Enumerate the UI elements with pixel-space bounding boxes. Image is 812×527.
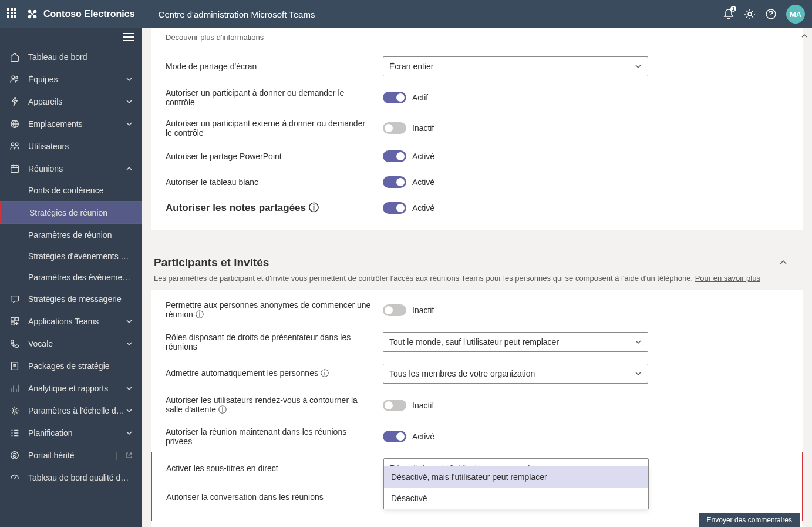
learn-more-link[interactable]: Découvrir plus d'informations xyxy=(166,33,264,42)
learn-more-link[interactable]: Pour en savoir plus xyxy=(695,274,760,283)
svg-rect-11 xyxy=(11,166,19,173)
chevron-down-icon xyxy=(635,63,642,70)
chevron-down-icon xyxy=(635,370,642,377)
sidebar-item-label: Paramètres à l'échelle de l'organisation xyxy=(28,406,126,415)
app-launcher-icon[interactable] xyxy=(7,8,19,20)
setting-label: Activer les sous-titres en direct xyxy=(166,464,383,473)
sidebar-subitem-live-event-settings[interactable]: Paramètres des événements en direct xyxy=(0,267,142,288)
toggle-state-label: Activé xyxy=(412,177,434,187)
setting-row: Admettre automatiquement les personnes ⓘ… xyxy=(151,358,803,390)
setting-label: Autoriser la conversation dans les réuni… xyxy=(166,492,383,502)
settings-icon[interactable] xyxy=(744,8,756,20)
chevron-down-icon xyxy=(635,338,642,345)
sidebar-item-label: Portail hérité xyxy=(28,451,112,460)
setting-label: Autoriser le tableau blanc xyxy=(166,177,383,187)
toggle-state-label: Actif xyxy=(412,93,428,102)
setting-row: Autoriser les notes partagées ⓘActivé xyxy=(151,195,803,221)
sidebar-subitem-bridges[interactable]: Ponts de conférence xyxy=(0,180,142,201)
sidebar-item-label: Tableau de bord xyxy=(28,52,133,62)
sidebar-subitem-live-event-policies[interactable]: Stratégies d'événements en direct xyxy=(0,246,142,267)
section-title: Participants et invités xyxy=(154,256,778,269)
sidebar-item-messaging[interactable]: Stratégies de messagerie xyxy=(0,288,142,310)
globe-icon xyxy=(9,119,20,129)
sidebar-item-policy-packages[interactable]: Packages de stratégie xyxy=(0,355,142,377)
sidebar-item-users[interactable]: Utilisateurs xyxy=(0,135,142,157)
svg-point-10 xyxy=(15,143,18,146)
sidebar-item-call-quality[interactable]: Tableau de bord qualité des appels xyxy=(0,466,142,489)
sidebar-item-label: Analytique et rapports xyxy=(28,384,126,393)
svg-point-6 xyxy=(12,76,15,79)
setting-row: Autoriser la conversation dans les réuni… xyxy=(152,484,802,510)
list-icon xyxy=(9,428,20,438)
svg-point-7 xyxy=(16,77,18,79)
toggle-switch[interactable] xyxy=(383,92,406,103)
skype-icon xyxy=(9,450,20,461)
select-dropdown[interactable]: Tous les membres de votre organization xyxy=(383,364,648,384)
setting-row: Autoriser le partage PowerPointActivé xyxy=(151,143,803,169)
chevron-down-icon xyxy=(126,98,133,105)
setting-label: Mode de partage d'écran xyxy=(166,62,383,71)
toggle-switch[interactable] xyxy=(383,431,406,442)
setting-row: Rôles disposant de droits de présentateu… xyxy=(151,326,803,358)
sidebar-item-label: Vocale xyxy=(28,339,126,348)
toggle-switch[interactable] xyxy=(383,400,406,411)
dropdown-option[interactable]: Désactivé, mais l'utilisateur peut rempl… xyxy=(384,466,648,488)
analytics-icon xyxy=(9,383,20,394)
toggle-switch[interactable] xyxy=(383,202,406,214)
devices-icon xyxy=(9,96,20,107)
toggle-state-label: Activé xyxy=(412,152,434,161)
avatar[interactable]: MA xyxy=(786,5,805,24)
sidebar-item-apps[interactable]: Applications Teams xyxy=(0,310,142,333)
sidebar-item-label: Emplacements xyxy=(28,119,126,129)
users-icon xyxy=(9,141,20,152)
sidebar-item-org-settings[interactable]: Paramètres à l'échelle de l'organisation xyxy=(0,400,142,422)
feedback-button[interactable]: Envoyer des commentaires xyxy=(699,513,800,527)
sidebar-subitem-meeting-settings[interactable]: Paramètres de réunion xyxy=(0,224,142,246)
teams-logo-icon xyxy=(26,8,39,21)
svg-rect-13 xyxy=(11,318,14,321)
sidebar-item-meetings[interactable]: Réunions xyxy=(0,157,142,180)
setting-label: Admettre automatiquement les personnes ⓘ xyxy=(166,368,383,379)
toggle-switch[interactable] xyxy=(383,122,406,134)
setting-row: Mode de partage d'écranÉcran entier xyxy=(151,51,803,82)
people-icon xyxy=(9,74,20,85)
help-icon[interactable] xyxy=(765,8,777,20)
setting-label: Rôles disposant de droits de présentateu… xyxy=(166,333,383,351)
sidebar-item-devices[interactable]: Appareils xyxy=(0,90,142,113)
scroll-up-icon[interactable] xyxy=(800,32,808,40)
collapse-icon[interactable] xyxy=(778,257,789,268)
toggle-state-label: Activé xyxy=(412,203,434,213)
chevron-down-icon xyxy=(126,340,133,347)
setting-row: Autoriser les utilisateurs rendez-vous à… xyxy=(151,390,803,421)
chevron-down-icon xyxy=(126,385,133,392)
dropdown-option[interactable]: Désactivé xyxy=(384,488,648,509)
setting-row: Autoriser un participant externe à donne… xyxy=(151,113,803,143)
select-value: Tout le monde, sauf l'utilisateur peut r… xyxy=(389,337,635,347)
sidebar-subitem-meeting-policies[interactable]: Stratégies de réunion xyxy=(0,201,142,224)
sidebar-item-analytics[interactable]: Analytique et rapports xyxy=(0,377,142,400)
app-title: Centre d'administration Microsoft Teams xyxy=(159,9,315,19)
chevron-down-icon xyxy=(126,429,133,437)
setting-row: Permettre aux personnes anonymes de comm… xyxy=(151,294,803,326)
svg-point-9 xyxy=(11,143,14,146)
sidebar-item-dashboard[interactable]: Tableau de bord xyxy=(0,46,142,68)
sidebar-item-legacy-portal[interactable]: Portail hérité | xyxy=(0,444,142,466)
chevron-down-icon xyxy=(126,318,133,325)
notifications-icon[interactable]: 1 xyxy=(723,8,734,20)
sidebar-item-locations[interactable]: Emplacements xyxy=(0,113,142,135)
sidebar-item-teams[interactable]: Équipes xyxy=(0,68,142,90)
apps-icon xyxy=(9,316,20,327)
sidebar-item-label: Applications Teams xyxy=(28,317,126,326)
select-dropdown[interactable]: Tout le monde, sauf l'utilisateur peut r… xyxy=(383,332,648,352)
toggle-switch[interactable] xyxy=(383,304,406,316)
chevron-down-icon xyxy=(126,407,133,414)
setting-row: Autoriser la réunion maintenant dans les… xyxy=(151,421,803,452)
toggle-switch[interactable] xyxy=(383,150,406,162)
highlighted-settings-box: Activer les sous-titres en directDésacti… xyxy=(151,452,803,521)
hamburger-icon[interactable] xyxy=(115,28,142,46)
sidebar-item-label: Stratégies de messagerie xyxy=(28,294,133,304)
sidebar-item-voice[interactable]: Vocale xyxy=(0,333,142,355)
sidebar-item-planning[interactable]: Planification xyxy=(0,422,142,444)
toggle-switch[interactable] xyxy=(383,176,406,188)
select-dropdown[interactable]: Écran entier xyxy=(383,56,648,76)
